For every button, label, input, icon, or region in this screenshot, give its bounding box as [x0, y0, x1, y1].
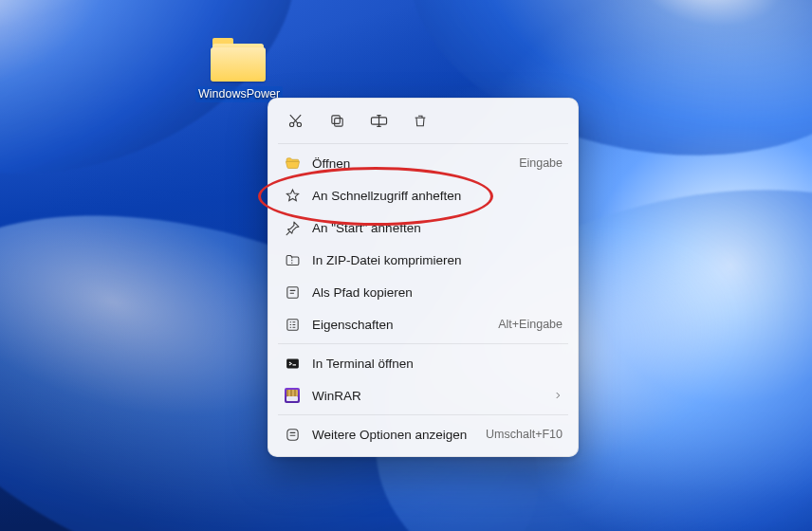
- menu-item-label: Als Pfad kopieren: [312, 285, 563, 300]
- svg-point-1: [297, 122, 301, 126]
- context-menu-action-row: [274, 104, 572, 140]
- winrar-icon: [284, 387, 301, 404]
- zip-icon: [284, 251, 301, 268]
- cut-button[interactable]: [278, 106, 312, 135]
- folder-icon: [211, 42, 266, 83]
- terminal-icon: [284, 355, 301, 372]
- menu-item-label: Öffnen: [312, 156, 508, 171]
- menu-item-label: In Terminal öffnen: [312, 357, 563, 371]
- more-options-icon: [284, 426, 301, 443]
- svg-rect-2: [334, 118, 342, 126]
- rename-button[interactable]: [361, 106, 396, 135]
- folder-open-icon: [284, 155, 301, 172]
- menu-item-properties[interactable]: Eigenschaften Alt+Eingabe: [274, 308, 572, 340]
- copy-button[interactable]: [320, 106, 354, 135]
- menu-item-shortcut: Umschalt+F10: [486, 428, 563, 441]
- menu-item-label: An "Start" anheften: [312, 221, 563, 235]
- menu-item-compress-zip[interactable]: In ZIP-Datei komprimieren: [274, 244, 572, 276]
- svg-rect-8: [286, 429, 297, 439]
- menu-item-open[interactable]: Öffnen Eingabe: [274, 147, 572, 179]
- scissors-icon: [287, 113, 304, 129]
- menu-item-shortcut: Eingabe: [519, 156, 563, 170]
- menu-separator: [278, 343, 568, 344]
- svg-point-0: [289, 122, 293, 126]
- menu-item-label: Weitere Optionen anzeigen: [312, 428, 474, 442]
- pin-icon: [284, 219, 301, 236]
- menu-item-open-terminal[interactable]: In Terminal öffnen: [274, 347, 572, 379]
- menu-item-label: An Schnellzugriff anheften: [312, 189, 563, 203]
- copy-path-icon: [284, 284, 301, 301]
- copy-icon: [329, 113, 345, 129]
- desktop-folder[interactable]: WindowsPower: [195, 42, 281, 102]
- chevron-right-icon: [553, 391, 563, 400]
- menu-item-copy-as-path[interactable]: Als Pfad kopieren: [274, 276, 572, 308]
- menu-separator: [278, 414, 568, 415]
- context-menu: Öffnen Eingabe An Schnellzugriff anhefte…: [268, 98, 579, 457]
- menu-item-pin-start[interactable]: An "Start" anheften: [274, 211, 572, 244]
- menu-item-pin-quick-access[interactable]: An Schnellzugriff anheften: [274, 179, 572, 211]
- menu-item-label: In ZIP-Datei komprimieren: [312, 253, 563, 267]
- rename-icon: [370, 113, 388, 129]
- menu-item-more-options[interactable]: Weitere Optionen anzeigen Umschalt+F10: [274, 418, 572, 450]
- delete-button[interactable]: [403, 106, 437, 135]
- menu-separator: [278, 143, 568, 144]
- menu-item-label: Eigenschaften: [312, 318, 487, 332]
- menu-item-winrar[interactable]: WinRAR: [274, 379, 572, 412]
- svg-rect-3: [331, 115, 340, 122]
- menu-item-label: WinRAR: [312, 389, 542, 403]
- svg-rect-5: [286, 286, 297, 297]
- star-icon: [284, 187, 301, 204]
- trash-icon: [413, 113, 428, 129]
- properties-icon: [284, 316, 301, 333]
- menu-item-shortcut: Alt+Eingabe: [498, 318, 563, 331]
- svg-rect-7: [286, 358, 299, 368]
